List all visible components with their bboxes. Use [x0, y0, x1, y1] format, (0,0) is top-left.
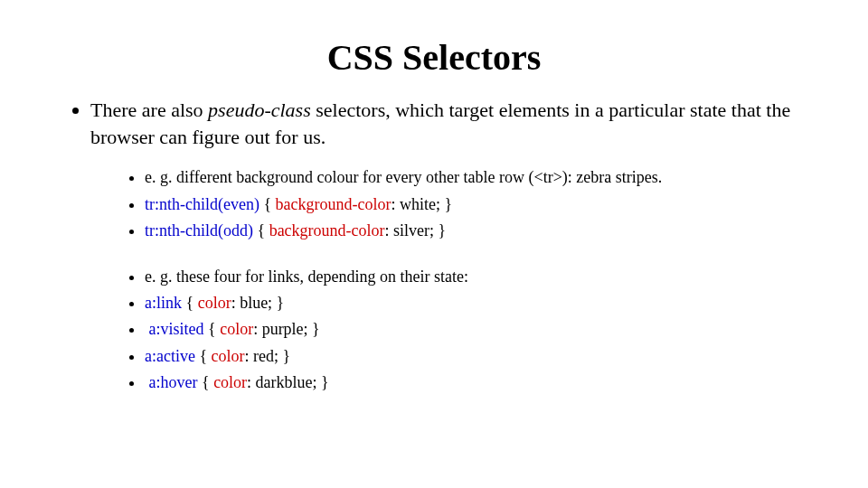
slide-title: CSS Selectors	[54, 36, 814, 79]
g2-b-selector: a:link	[145, 294, 182, 312]
g2-item-b: a:link { color: blue; }	[145, 292, 814, 314]
intro-bullet: There are also pseudo-class selectors, w…	[90, 97, 814, 394]
g2-d-mid: {	[195, 347, 212, 365]
g1-b-mid: {	[259, 195, 276, 213]
g2-item-a: e. g. these four for links, depending on…	[145, 266, 814, 288]
g2-c-property: color	[220, 320, 253, 338]
g1-c-property: background-color	[269, 221, 385, 239]
g2-c-mid: {	[204, 320, 221, 338]
g1-c-end: : silver; }	[385, 221, 447, 239]
g2-e-property: color	[213, 373, 247, 391]
intro-pseudo-class: pseudo-class	[208, 99, 311, 121]
g2-a-text: e. g. these four for links, depending on…	[145, 267, 468, 286]
g2-item-d: a:active { color: red; }	[145, 345, 814, 368]
g1-c-mid: {	[253, 221, 269, 239]
bullet-list-group2: e. g. these four for links, depending on…	[145, 266, 814, 394]
bullet-list-level1: There are also pseudo-class selectors, w…	[90, 97, 814, 394]
g2-b-mid: {	[182, 294, 198, 312]
g1-b-selector: tr:nth-child(even)	[145, 195, 259, 213]
g2-b-property: color	[198, 294, 231, 312]
g1-a-text: e. g. different background colour for ev…	[145, 168, 662, 186]
g2-item-e: a:hover { color: darkblue; }	[145, 371, 814, 394]
g2-e-end: : darkblue; }	[247, 373, 329, 391]
g1-item-c: tr:nth-child(odd) { background-color: si…	[145, 220, 814, 242]
g1-b-property: background-color	[276, 195, 392, 213]
g2-c-selector: a:visited	[149, 320, 204, 338]
intro-text-pre: There are also	[90, 99, 208, 121]
g2-c-end: : purple; }	[253, 320, 320, 338]
g1-c-selector: tr:nth-child(odd)	[145, 221, 253, 239]
g2-d-property: color	[212, 347, 245, 365]
g2-d-end: : red; }	[245, 347, 291, 365]
g2-e-selector: a:hover	[149, 373, 198, 391]
g1-b-end: : white; }	[392, 195, 453, 213]
g1-item-b: tr:nth-child(even) { background-color: w…	[145, 193, 814, 216]
slide: CSS Selectors There are also pseudo-clas…	[0, 0, 868, 488]
g2-item-c: a:visited { color: purple; }	[145, 318, 814, 341]
bullet-list-group1: e. g. different background colour for ev…	[145, 166, 814, 242]
g2-b-end: : blue; }	[231, 294, 285, 312]
g2-d-selector: a:active	[145, 347, 195, 365]
g1-item-a: e. g. different background colour for ev…	[145, 166, 814, 189]
g2-e-mid: {	[197, 373, 213, 391]
